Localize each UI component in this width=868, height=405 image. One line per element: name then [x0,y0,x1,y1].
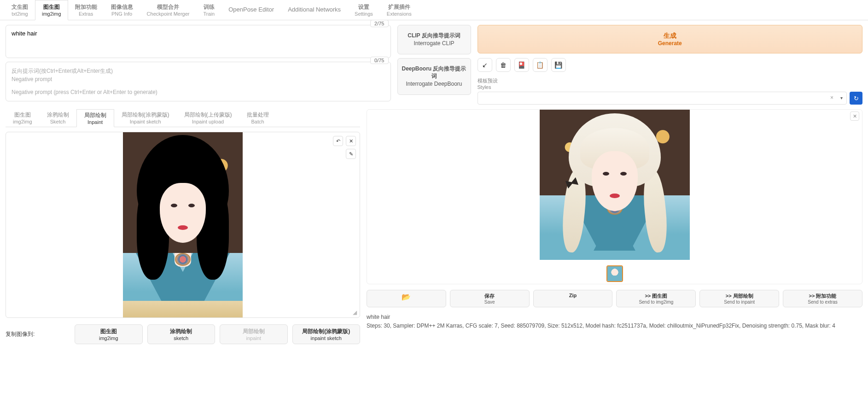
copy-to-inpaint-sketch-button[interactable]: 局部绘制(涂鸦蒙版)inpaint sketch [292,324,361,344]
main-tab-img2img[interactable]: 图生图img2img [35,0,68,20]
subtab-inpaint-upload[interactable]: 局部绘制(上传蒙版)Inpaint upload [177,109,239,127]
styles-label-cn: 模板预设 [478,78,498,83]
send-to-img2img-button[interactable]: >> 图生图Send to img2img [616,290,696,307]
output-close-button[interactable]: ✕ [850,112,859,121]
main-tab-additional-networks[interactable]: Additional Networks [281,0,348,20]
canvas-close-button[interactable]: ✕ [346,136,356,146]
subtab-img2img[interactable]: 图生图img2img [6,109,40,127]
zip-button[interactable]: Zip [533,290,613,307]
resize-handle-icon[interactable]: ◢ [353,309,357,316]
main-tab-extensions[interactable]: 扩展插件Extensions [380,0,419,20]
interrogate-deepbooru-button[interactable]: DeepBooru 反向推导提示词 Interrogate DeepBooru [397,58,471,95]
chevron-down-icon[interactable]: ▾ [840,95,843,100]
subtab-batch[interactable]: 批量处理Batch [239,109,276,127]
info-prompt: white hair [367,313,862,322]
prompt-box[interactable]: 2/75 [6,25,391,58]
send-to-extras-button[interactable]: >> 附加功能Send to extras [783,290,862,307]
subtab-inpaint-sketch[interactable]: 局部绘制(涂鸦蒙版)Inpaint sketch [114,109,177,127]
subtab-inpaint[interactable]: 局部绘制Inpaint [76,109,114,127]
tool-arrow-button[interactable]: ↙ [478,58,492,72]
copy-image-label: 复制图像到: [6,330,70,338]
main-tab-txt2img[interactable]: 文生图txt2img [5,0,35,20]
main-tab-png-info[interactable]: 图像信息PNG Info [104,0,140,20]
neg-token-count: 0/75 [370,57,388,64]
main-tab-train[interactable]: 训练Train [197,0,222,20]
subtab-sketch[interactable]: 涂鸦绘制Sketch [40,109,76,127]
prompt-input[interactable] [12,30,385,44]
save-button[interactable]: 保存Save [450,290,530,307]
main-tab-extras[interactable]: 附加功能Extras [68,0,104,20]
canvas-undo-button[interactable]: ↶ [333,136,343,146]
tool-card-button[interactable]: 🎴 [514,58,529,72]
copy-to-inpaint-button: 局部绘制inpaint [220,324,288,344]
styles-clear-icon[interactable]: × [830,94,833,101]
tool-trash-button[interactable]: 🗑 [496,58,511,72]
output-image[interactable] [540,110,690,260]
send-to-inpaint-button[interactable]: >> 局部绘制Send to inpaint [699,290,779,307]
tool-save-button[interactable]: 💾 [551,58,566,72]
canvas-pen-button[interactable]: ✎ [346,149,356,159]
negative-prompt-box[interactable]: 0/75 反向提示词(按Ctrl+Enter或Alt+Enter生成) Nega… [6,62,391,101]
main-tab-settings[interactable]: 设置Settings [348,0,380,20]
input-image [123,132,243,317]
open-folder-button[interactable]: 📂 [367,290,446,307]
main-tab-checkpoint-merger[interactable]: 模型合并Checkpoint Merger [140,0,197,20]
styles-refresh-button[interactable]: ↻ [850,92,862,105]
tool-clipboard-button[interactable]: 📋 [533,58,548,72]
generate-button[interactable]: 生成 Generate [478,25,863,53]
styles-label-en: Styles [478,84,491,90]
copy-to-sketch-button[interactable]: 涂鸦绘制sketch [147,324,216,344]
interrogate-clip-button[interactable]: CLIP 反向推导提示词 Interrogate CLIP [397,25,471,54]
neg-placeholder-cn: 反向提示词(按Ctrl+Enter或Alt+Enter生成) [12,67,385,75]
styles-select[interactable]: × ▾ [478,92,847,105]
info-params: Steps: 30, Sampler: DPM++ 2M Karras, CFG… [367,322,862,330]
copy-to-img2img-button[interactable]: 图生图img2img [75,324,143,344]
inpaint-canvas[interactable]: ↶ ✕ ✎ ◢ [6,132,360,318]
neg-placeholder-en2: Negative prompt (press Ctrl+Enter or Alt… [12,88,385,96]
output-thumbnail[interactable] [606,265,623,282]
neg-placeholder-en1: Negative prompt [12,75,385,83]
main-tab-openpose-editor[interactable]: OpenPose Editor [221,0,281,20]
prompt-token-count: 2/75 [370,20,388,27]
